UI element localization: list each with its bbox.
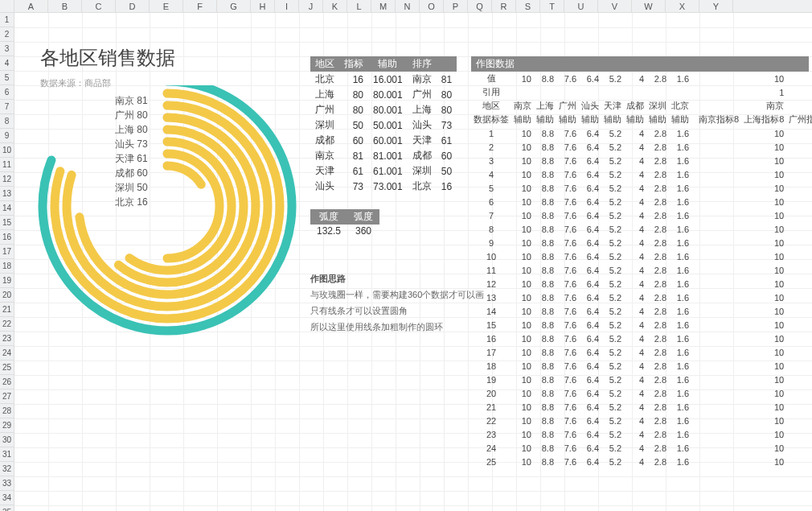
row-headers[interactable]: 1234567891011121314151617181920212223242… — [0, 0, 14, 511]
table-row[interactable]: 7108.87.66.45.242.81.6108.87.6 — [471, 208, 812, 222]
table-row[interactable]: 12108.87.66.45.242.81.6108.87.6 — [471, 277, 812, 291]
table-row[interactable]: 17108.87.66.45.242.81.6108.87.6 — [471, 345, 812, 359]
table-row[interactable]: 2108.87.66.45.242.81.6108.87.6 — [471, 140, 812, 154]
row-header-22[interactable]: 22 — [0, 317, 14, 332]
table-row[interactable]: 1108.87.66.45.242.81.6108.87.6 — [471, 126, 812, 140]
row-header-29[interactable]: 29 — [0, 418, 14, 433]
row-header-26[interactable]: 26 — [0, 375, 14, 389]
col-header-Q[interactable]: Q — [468, 0, 492, 12]
table-row[interactable]: 21108.87.66.45.242.81.6108.87.6 — [471, 400, 812, 414]
arc-table[interactable]: 弧度弧度132.5360 — [310, 209, 379, 237]
worksheet[interactable]: 各地区销售数据 数据来源：商品部 南京 81广州 80上海 80汕头 73天津 … — [14, 13, 812, 511]
row-header-33[interactable]: 33 — [0, 476, 14, 491]
col-header-L[interactable]: L — [347, 0, 371, 12]
table-row[interactable]: 14108.87.66.45.242.81.6108.87.6 — [471, 304, 812, 318]
table-row[interactable]: 25108.87.66.45.242.81.6108.87.6 — [471, 455, 812, 468]
table-row[interactable]: 北京1616.001南京81 — [310, 72, 457, 87]
row-header-11[interactable]: 11 — [0, 158, 14, 172]
table-row[interactable]: 18108.87.66.45.242.81.6108.87.6 — [471, 359, 812, 373]
row-header-35[interactable]: 35 — [0, 505, 14, 511]
row-header-31[interactable]: 31 — [0, 447, 14, 462]
table-row[interactable]: 19108.87.66.45.242.81.6108.87.6 — [471, 373, 812, 386]
row-header-23[interactable]: 23 — [0, 332, 14, 346]
row-header-12[interactable]: 12 — [0, 172, 14, 187]
row-header-4[interactable]: 4 — [0, 56, 14, 71]
row-header-28[interactable]: 28 — [0, 404, 14, 418]
col-header-K[interactable]: K — [323, 0, 347, 12]
table-row[interactable]: 8108.87.66.45.242.81.6108.87.6 — [471, 222, 812, 236]
row-header-15[interactable]: 15 — [0, 216, 14, 230]
row-header-32[interactable]: 32 — [0, 462, 14, 476]
table-row[interactable]: 9108.87.66.45.242.81.6108.87.6 — [471, 236, 812, 249]
col-header-A[interactable]: A — [14, 0, 48, 12]
row-header-20[interactable]: 20 — [0, 288, 14, 303]
table-row[interactable]: 4108.87.66.45.242.81.6108.87.6 — [471, 167, 812, 181]
col-header-V[interactable]: V — [598, 0, 632, 12]
table-row[interactable]: 汕头7373.001北京16 — [310, 179, 457, 194]
col-header-F[interactable]: F — [183, 0, 217, 12]
row-header-25[interactable]: 25 — [0, 361, 14, 375]
row-header-19[interactable]: 19 — [0, 274, 14, 288]
col-header-S[interactable]: S — [516, 0, 540, 12]
col-header-Y[interactable]: Y — [699, 0, 733, 12]
table-row[interactable]: 23108.87.66.45.242.81.6108.87.6 — [471, 427, 812, 441]
table-row[interactable]: 南京8181.001成都60 — [310, 148, 457, 163]
col-header-R[interactable]: R — [492, 0, 516, 12]
table-row[interactable]: 10108.87.66.45.242.81.6108.87.6 — [471, 249, 812, 263]
table-row[interactable]: 13108.87.66.45.242.81.6108.87.6 — [471, 291, 812, 304]
row-header-13[interactable]: 13 — [0, 187, 14, 201]
column-headers[interactable]: ABCDEFGHIJKLMNOPQRSTUVWXY — [14, 0, 812, 13]
row-header-21[interactable]: 21 — [0, 303, 14, 317]
row-header-30[interactable]: 30 — [0, 433, 14, 447]
row-header-6[interactable]: 6 — [0, 85, 14, 100]
table-row[interactable]: 5108.87.66.45.242.81.6108.87.6 — [471, 181, 812, 195]
row-header-5[interactable]: 5 — [0, 71, 14, 85]
table-row[interactable]: 15108.87.66.45.242.81.6108.87.6 — [471, 318, 812, 332]
col-header-N[interactable]: N — [396, 0, 420, 12]
row-header-7[interactable]: 7 — [0, 100, 14, 114]
page-title: 各地区销售数据 — [40, 45, 175, 71]
row-header-8[interactable]: 8 — [0, 114, 14, 129]
table-row[interactable]: 上海8080.001广州80 — [310, 87, 457, 102]
row-header-27[interactable]: 27 — [0, 389, 14, 404]
col-header-G[interactable]: G — [217, 0, 251, 12]
col-header-I[interactable]: I — [275, 0, 299, 12]
col-header-O[interactable]: O — [420, 0, 444, 12]
col-header-T[interactable]: T — [540, 0, 564, 12]
table-row[interactable]: 深圳5050.001汕头73 — [310, 117, 457, 133]
table-row[interactable]: 20108.87.66.45.242.81.6108.87.6 — [471, 386, 812, 400]
col-header-E[interactable]: E — [150, 0, 183, 12]
row-header-1[interactable]: 1 — [0, 13, 14, 27]
region-table[interactable]: 地区指标辅助排序北京1616.001南京81上海8080.001广州80广州80… — [310, 56, 457, 194]
col-header-J[interactable]: J — [299, 0, 323, 12]
row-header-34[interactable]: 34 — [0, 491, 14, 505]
table-row[interactable]: 3108.87.66.45.242.81.6108.87.6 — [471, 154, 812, 167]
col-header-M[interactable]: M — [371, 0, 396, 12]
table-row[interactable]: 天津6161.001深圳50 — [310, 163, 457, 179]
row-header-24[interactable]: 24 — [0, 346, 14, 361]
col-header-D[interactable]: D — [116, 0, 150, 12]
col-header-P[interactable]: P — [444, 0, 468, 12]
col-header-X[interactable]: X — [666, 0, 699, 12]
row-header-16[interactable]: 16 — [0, 230, 14, 245]
plot-data-table[interactable]: 作图数据 值108.87.66.45.242.81.6108.87.6引用123… — [471, 56, 809, 468]
table-row[interactable]: 22108.87.66.45.242.81.6108.87.6 — [471, 414, 812, 427]
row-header-10[interactable]: 10 — [0, 143, 14, 158]
row-header-17[interactable]: 17 — [0, 245, 14, 259]
col-header-U[interactable]: U — [564, 0, 598, 12]
table-row[interactable]: 24108.87.66.45.242.81.6108.87.6 — [471, 441, 812, 455]
row-header-9[interactable]: 9 — [0, 129, 14, 143]
table-row[interactable]: 6108.87.66.45.242.81.6108.87.6 — [471, 195, 812, 208]
row-header-18[interactable]: 18 — [0, 259, 14, 274]
table-row[interactable]: 广州8080.001上海80 — [310, 102, 457, 117]
col-header-W[interactable]: W — [632, 0, 666, 12]
row-header-2[interactable]: 2 — [0, 27, 14, 42]
table-row[interactable]: 成都6060.001天津61 — [310, 133, 457, 148]
col-header-C[interactable]: C — [82, 0, 116, 12]
row-header-3[interactable]: 3 — [0, 42, 14, 56]
table-row[interactable]: 11108.87.66.45.242.81.6108.87.6 — [471, 263, 812, 277]
col-header-B[interactable]: B — [48, 0, 82, 12]
table-row[interactable]: 16108.87.66.45.242.81.6108.87.6 — [471, 332, 812, 345]
row-header-14[interactable]: 14 — [0, 201, 14, 216]
col-header-H[interactable]: H — [251, 0, 275, 12]
